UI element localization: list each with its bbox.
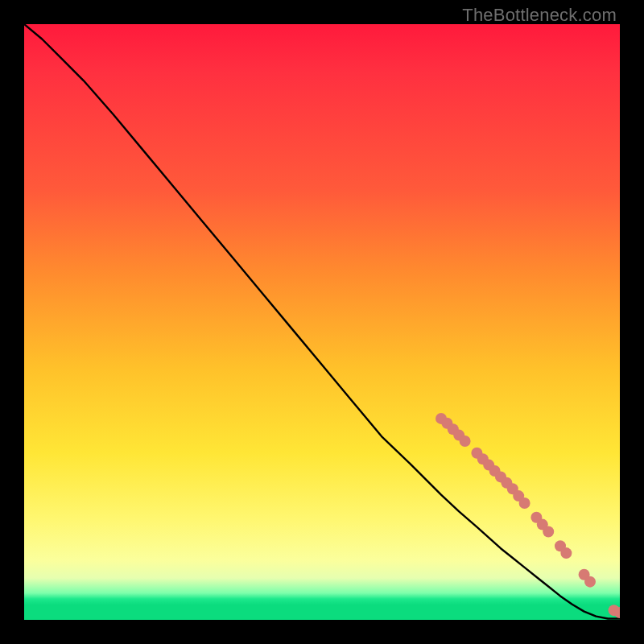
data-marker <box>584 576 596 588</box>
chart-overlay <box>24 24 620 620</box>
chart-frame: TheBottleneck.com <box>0 0 644 644</box>
data-marker <box>460 436 471 447</box>
data-marker <box>543 526 554 537</box>
watermark-text: TheBottleneck.com <box>462 5 617 26</box>
curve-line <box>24 24 620 619</box>
plot-area <box>24 24 620 620</box>
data-marker <box>519 497 530 509</box>
data-marker <box>560 547 572 559</box>
